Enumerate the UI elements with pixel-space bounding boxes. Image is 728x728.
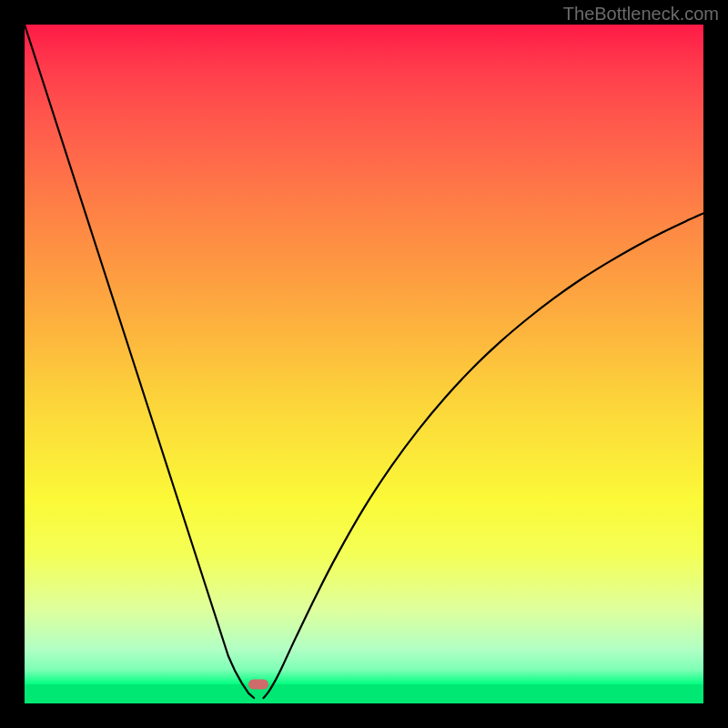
- chart-frame: TheBottleneck.com: [0, 0, 728, 728]
- plot-area: [25, 25, 703, 703]
- watermark-text: TheBottleneck.com: [563, 4, 719, 25]
- minimum-marker: [248, 680, 268, 690]
- bottleneck-curve: [25, 25, 703, 703]
